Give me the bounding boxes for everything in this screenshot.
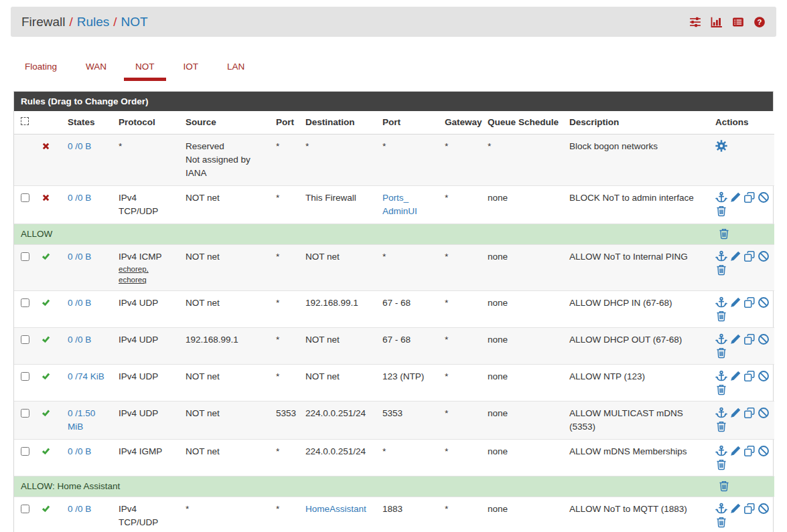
row-checkbox[interactable] bbox=[21, 252, 29, 261]
block-x-icon[interactable] bbox=[41, 191, 51, 203]
bar-chart-icon[interactable] bbox=[711, 16, 723, 28]
pass-check-icon[interactable] bbox=[41, 333, 51, 345]
queue-text: none bbox=[488, 371, 508, 381]
anchor-icon[interactable] bbox=[715, 191, 727, 203]
trash-icon[interactable] bbox=[715, 310, 727, 322]
trash-icon[interactable] bbox=[715, 383, 727, 395]
ban-icon[interactable] bbox=[758, 370, 770, 382]
states-link[interactable]: 0 /0 B bbox=[68, 335, 91, 345]
actions bbox=[715, 445, 773, 470]
gateway-text: * bbox=[445, 193, 448, 203]
anchor-icon[interactable] bbox=[715, 445, 727, 457]
queue-text: none bbox=[488, 252, 508, 262]
breadcrumb-rules[interactable]: Rules bbox=[77, 15, 110, 29]
block-x-icon[interactable] bbox=[41, 140, 51, 151]
gateway-text: * bbox=[445, 504, 448, 514]
ban-icon[interactable] bbox=[758, 250, 770, 262]
select-all-checkbox[interactable] bbox=[21, 117, 29, 125]
pass-check-icon[interactable] bbox=[41, 503, 51, 514]
ban-icon[interactable] bbox=[758, 445, 770, 457]
states-link[interactable]: 0 /0 B bbox=[68, 252, 91, 262]
clone-icon[interactable] bbox=[743, 296, 756, 308]
protocol-text: IPv4 UDP bbox=[119, 296, 177, 310]
tab-wan[interactable]: WAN bbox=[74, 58, 118, 81]
pencil-icon[interactable] bbox=[729, 407, 741, 419]
pencil-icon[interactable] bbox=[729, 370, 741, 382]
source-port-text: * bbox=[276, 335, 279, 345]
trash-icon[interactable] bbox=[715, 516, 727, 528]
clone-icon[interactable] bbox=[743, 503, 756, 515]
anchor-icon[interactable] bbox=[715, 370, 727, 382]
tab-not[interactable]: NOT bbox=[124, 58, 166, 81]
pass-check-icon[interactable] bbox=[41, 407, 51, 418]
tab-floating[interactable]: Floating bbox=[13, 58, 68, 81]
col-dest-port: Port bbox=[378, 111, 441, 135]
states-link[interactable]: 0 /1.50 MiB bbox=[68, 408, 95, 432]
log-icon[interactable] bbox=[732, 16, 744, 28]
source-port-text: * bbox=[276, 298, 279, 308]
tab-lan[interactable]: LAN bbox=[216, 58, 256, 81]
pass-check-icon[interactable] bbox=[41, 370, 51, 381]
help-icon[interactable] bbox=[754, 16, 766, 28]
trash-icon[interactable] bbox=[715, 264, 727, 276]
queue-text: none bbox=[488, 504, 508, 514]
trash-icon[interactable] bbox=[718, 480, 730, 492]
row-checkbox[interactable] bbox=[21, 298, 29, 307]
anchor-icon[interactable] bbox=[715, 503, 727, 515]
anchor-icon[interactable] bbox=[715, 407, 727, 419]
clone-icon[interactable] bbox=[743, 191, 756, 203]
row-checkbox[interactable] bbox=[21, 505, 29, 513]
trash-icon[interactable] bbox=[715, 458, 727, 470]
states-link[interactable]: 0 /0 B bbox=[68, 446, 91, 456]
destination-port-text[interactable]: Ports_ AdminUI bbox=[382, 193, 417, 216]
clone-icon[interactable] bbox=[743, 407, 756, 419]
row-checkbox[interactable] bbox=[21, 193, 29, 202]
clone-icon[interactable] bbox=[743, 370, 756, 382]
pencil-icon[interactable] bbox=[729, 445, 741, 457]
source-port-text: * bbox=[276, 141, 279, 151]
sliders-icon[interactable] bbox=[689, 16, 701, 28]
pencil-icon[interactable] bbox=[729, 250, 741, 262]
queue-text: none bbox=[488, 446, 508, 456]
states-link[interactable]: 0 /0 B bbox=[68, 141, 91, 151]
ban-icon[interactable] bbox=[758, 296, 770, 308]
source-port-text: * bbox=[276, 252, 279, 262]
ban-icon[interactable] bbox=[758, 503, 770, 515]
anchor-icon[interactable] bbox=[715, 296, 727, 308]
states-link[interactable]: 0 /0 B bbox=[68, 504, 91, 514]
breadcrumb-not[interactable]: NOT bbox=[121, 15, 148, 29]
trash-icon[interactable] bbox=[715, 420, 727, 432]
states-link[interactable]: 0 /74 KiB bbox=[68, 371, 104, 381]
anchor-icon[interactable] bbox=[715, 333, 727, 345]
clone-icon[interactable] bbox=[743, 250, 756, 262]
pencil-icon[interactable] bbox=[729, 503, 741, 515]
trash-icon[interactable] bbox=[718, 228, 730, 240]
pencil-icon[interactable] bbox=[729, 333, 741, 345]
clone-icon[interactable] bbox=[743, 333, 756, 345]
pass-check-icon[interactable] bbox=[41, 445, 51, 456]
separator-actions bbox=[711, 224, 774, 245]
clone-icon[interactable] bbox=[743, 445, 756, 457]
anchor-icon[interactable] bbox=[715, 250, 727, 262]
trash-icon[interactable] bbox=[715, 347, 727, 359]
pencil-icon[interactable] bbox=[729, 296, 741, 308]
ban-icon[interactable] bbox=[758, 333, 770, 345]
trash-icon[interactable] bbox=[715, 205, 727, 217]
row-checkbox[interactable] bbox=[21, 409, 29, 418]
states-link[interactable]: 0 /0 B bbox=[68, 193, 91, 203]
actions bbox=[718, 228, 776, 240]
pass-check-icon[interactable] bbox=[41, 250, 51, 262]
row-checkbox[interactable] bbox=[21, 372, 29, 381]
row-checkbox[interactable] bbox=[21, 447, 29, 456]
destination-text[interactable]: HomeAssistant bbox=[305, 504, 366, 514]
tab-iot[interactable]: IOT bbox=[172, 58, 210, 81]
pencil-icon[interactable] bbox=[729, 191, 741, 203]
gear-icon[interactable] bbox=[715, 140, 727, 152]
pass-check-icon[interactable] bbox=[41, 296, 51, 308]
actions bbox=[715, 370, 773, 395]
protocol-text: IPv4 UDP bbox=[119, 370, 177, 383]
ban-icon[interactable] bbox=[758, 191, 770, 203]
states-link[interactable]: 0 /0 B bbox=[68, 298, 91, 308]
ban-icon[interactable] bbox=[758, 407, 770, 419]
row-checkbox[interactable] bbox=[21, 335, 29, 344]
